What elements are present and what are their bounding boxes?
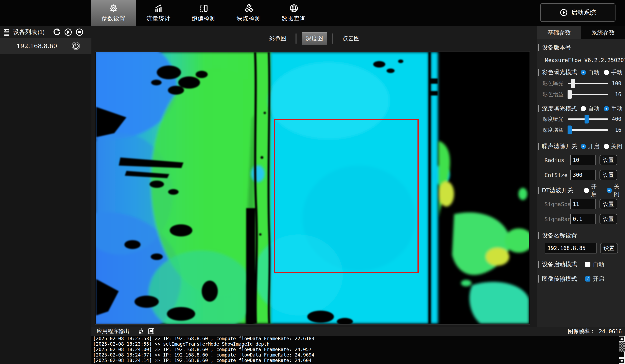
depth-gain-slider-row: 深度增益 16 <box>541 125 621 135</box>
section-marker <box>538 261 539 268</box>
sigmaspace-field-row: SigmaSpace 设置 <box>541 198 621 210</box>
depth-exposure-manual-radio[interactable] <box>604 106 609 111</box>
start-system-button[interactable]: 启动系统 <box>540 3 616 22</box>
globe-icon <box>289 4 299 13</box>
toolbar-item-label: 跑偏检测 <box>191 15 216 23</box>
sigmaspace-set-button[interactable]: 设置 <box>599 199 617 209</box>
color-gain-slider[interactable] <box>568 94 608 95</box>
toolbar-item-flow-stats[interactable]: 流量统计 <box>136 0 181 26</box>
log-scrollbar[interactable] <box>619 336 625 364</box>
clear-log-icon[interactable] <box>138 328 144 335</box>
scrollbar-thumb[interactable] <box>619 352 625 358</box>
field-label: SigmaRange <box>544 216 570 222</box>
device-name-row: 设置 <box>541 243 621 254</box>
checkbox-label: 自动 <box>593 260 604 268</box>
device-count: (1) <box>38 29 44 35</box>
tab-separator <box>332 33 333 44</box>
refresh-icon[interactable] <box>53 28 61 36</box>
log-line: [2025-02-08 18:23:55] >> setImageTransfe… <box>93 341 625 347</box>
status-bar: 应用程序输出 图像帧率： 24.0616 <box>92 327 625 336</box>
scroll-down-button[interactable] <box>619 358 625 364</box>
params-panel: 基础参数 系统参数 设备版本号 MeasureFlow_V6.2.2.25020… <box>537 26 625 327</box>
log-output[interactable]: [2025-02-08 18:23:53] >> IP: 192.168.8.6… <box>92 336 625 364</box>
save-log-icon[interactable] <box>148 328 155 335</box>
radio-label: 开启 <box>591 183 602 198</box>
depth-exposure-auto-radio[interactable] <box>581 106 586 111</box>
section-marker <box>538 187 539 194</box>
framerate-label: 图像帧率： <box>568 328 595 335</box>
section-transfer-mode: 图像传输模式 开启 <box>537 275 625 283</box>
radius-set-button[interactable]: 设置 <box>599 155 617 165</box>
dt-filter-off-radio[interactable] <box>607 188 612 193</box>
color-exposure-slider[interactable] <box>568 83 608 84</box>
depth-image-frame <box>95 51 530 325</box>
slider-handle[interactable] <box>567 90 572 99</box>
device-list-icon <box>3 28 10 36</box>
tab-basic-params[interactable]: 基础参数 <box>537 26 581 39</box>
section-title: 设备名称设置 <box>542 232 577 240</box>
power-icon[interactable] <box>71 41 81 51</box>
scroll-up-button[interactable] <box>619 336 625 341</box>
field-label: CntSize <box>544 172 570 178</box>
slider-label: 深度曝光 <box>541 116 563 123</box>
slider-value: 16 <box>610 91 621 97</box>
sigmarange-input[interactable] <box>570 214 596 224</box>
log-line: [2025-02-08 18:23:53] >> IP: 192.168.8.6… <box>93 336 625 341</box>
tab-pointcloud-image[interactable]: 点云图 <box>339 32 364 45</box>
radius-input[interactable] <box>570 155 596 165</box>
tab-depth-image[interactable]: 深度图 <box>302 32 327 45</box>
radio-label: 手动 <box>611 105 622 112</box>
radio-label: 自动 <box>588 105 599 112</box>
dt-filter-on-radio[interactable] <box>584 188 589 193</box>
slider-value: 400 <box>610 116 621 122</box>
scrollbar-track[interactable] <box>619 341 625 352</box>
stop-circle-icon[interactable] <box>75 28 84 36</box>
device-row[interactable]: 192.168.8.60 <box>0 38 92 54</box>
section-marker <box>538 275 539 282</box>
belt-deviation-icon <box>199 4 208 13</box>
toolbar-item-label: 参数设置 <box>101 15 125 23</box>
params-tabs: 基础参数 系统参数 <box>537 26 625 39</box>
radio-label: 手动 <box>611 69 622 76</box>
section-marker <box>538 105 539 112</box>
section-device-name: 设备名称设置 <box>537 231 625 240</box>
noise-filter-off-radio[interactable] <box>604 144 609 149</box>
device-ip: 192.168.8.60 <box>17 42 57 50</box>
sigmarange-set-button[interactable]: 设置 <box>599 214 617 224</box>
tab-color-image[interactable]: 彩色图 <box>265 32 290 45</box>
sigmarange-field-row: SigmaRange 设置 <box>541 213 621 225</box>
cntsize-set-button[interactable]: 设置 <box>599 170 617 180</box>
sigmaspace-input[interactable] <box>570 199 596 209</box>
section-title: 噪声滤除开关 <box>542 142 577 150</box>
toolbar-item-param-settings[interactable]: 参数设置 <box>91 0 136 26</box>
tab-separator <box>295 33 297 44</box>
slider-handle[interactable] <box>571 79 575 88</box>
depth-gain-slider[interactable] <box>568 129 608 131</box>
play-circle-icon[interactable] <box>64 28 72 36</box>
color-exposure-auto-radio[interactable] <box>581 70 586 75</box>
section-title: 图像传输模式 <box>542 275 577 283</box>
transfer-mode-checkbox[interactable] <box>585 276 591 281</box>
device-name-set-button[interactable]: 设置 <box>600 243 618 253</box>
noise-filter-on-radio[interactable] <box>581 144 586 149</box>
toolbar-item-coal-detect[interactable]: 块煤检测 <box>226 0 271 26</box>
tab-system-params[interactable]: 系统参数 <box>581 26 625 39</box>
slider-handle[interactable] <box>585 114 589 123</box>
color-exposure-manual-radio[interactable] <box>604 70 609 75</box>
slider-handle[interactable] <box>567 126 572 134</box>
depth-exposure-slider[interactable] <box>568 118 608 120</box>
slider-label: 彩色曝光 <box>541 80 563 87</box>
section-marker <box>538 69 539 76</box>
device-name-input[interactable] <box>545 243 596 253</box>
section-title: 彩色曝光模式 <box>542 68 577 76</box>
section-boot-mode: 设备启动模式 自动 <box>537 260 625 269</box>
play-circle-icon <box>560 8 568 17</box>
depth-image[interactable] <box>96 52 529 324</box>
toolbar-item-deviation-detect[interactable]: 跑偏检测 <box>181 0 226 26</box>
view-tabs: 彩色图 深度图 点云图 <box>92 32 537 45</box>
toolbar-item-data-query[interactable]: 数据查询 <box>271 0 316 26</box>
boot-mode-checkbox[interactable] <box>585 262 591 267</box>
color-exposure-slider-row: 彩色曝光 100 <box>541 79 621 88</box>
log-line: [2025-02-08 18:24:07] >> IP: 192.168.8.6… <box>93 352 625 358</box>
cntsize-input[interactable] <box>570 170 596 180</box>
